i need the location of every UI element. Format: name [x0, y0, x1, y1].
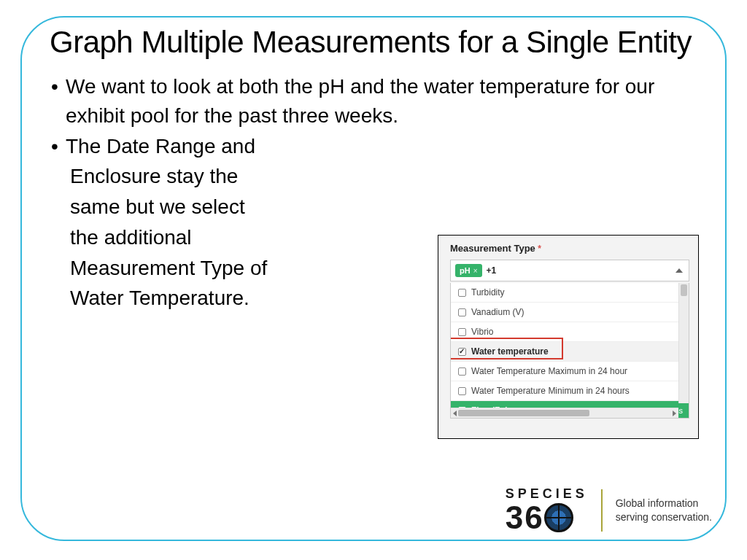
slide-frame: Graph Multiple Measurements for a Single…	[20, 16, 727, 541]
tagline-1: Global information	[616, 497, 712, 510]
checkbox[interactable]	[458, 308, 466, 316]
tagline-2: serving conservation.	[616, 510, 712, 524]
checkbox[interactable]	[458, 368, 466, 376]
globe-icon	[544, 503, 573, 532]
option-vanadium[interactable]: Vanadium (V)	[451, 302, 689, 322]
brand-separator	[601, 489, 603, 532]
option-water-temp-min[interactable]: Water Temperature Minimum in 24 hours	[451, 381, 689, 400]
option-label: Water Temperature Maximum in 24 hour	[471, 366, 627, 376]
checkbox[interactable]	[458, 289, 466, 297]
vertical-scrollbar[interactable]	[678, 283, 689, 403]
checkbox-checked[interactable]	[458, 348, 466, 356]
measurement-type-panel: Measurement Type * pH × +1 Turbidity	[438, 235, 699, 439]
brand-tagline: Global information serving conservation.	[616, 497, 712, 524]
options-dropdown: Turbidity Vanadium (V) Vibrio Water temp…	[450, 283, 689, 419]
line: same but we select	[70, 192, 697, 222]
brand-6: 6	[525, 502, 542, 534]
checkbox[interactable]	[458, 328, 466, 336]
bullet-dot: •	[50, 132, 66, 161]
bullet-dot: •	[50, 72, 66, 131]
bullet-1-text: We want to look at both the pH and the w…	[66, 72, 697, 131]
option-label: Vibrio	[471, 327, 493, 337]
brand-logo: SPECIES 3 6	[506, 486, 588, 534]
option-water-temperature[interactable]: Water temperature	[451, 341, 689, 361]
option-label: Water Temperature Minimum in 24 hours	[471, 386, 630, 396]
required-asterisk: *	[538, 244, 541, 254]
option-vibrio[interactable]: Vibrio	[451, 322, 689, 341]
brand-3: 3	[506, 502, 523, 534]
chevron-up-icon[interactable]	[676, 268, 683, 273]
chip-remove-icon[interactable]: ×	[473, 267, 478, 275]
bullet-2: • The Date Range and	[50, 132, 697, 161]
option-label: Water temperature	[471, 346, 549, 357]
bullet-2-text: The Date Range and	[66, 132, 697, 161]
line: Enclosure stay the	[70, 162, 697, 191]
slide-title: Graph Multiple Measurements for a Single…	[50, 25, 697, 59]
scroll-left-icon[interactable]	[453, 411, 457, 416]
horizontal-scrollbar[interactable]	[451, 408, 678, 418]
brand-footer: SPECIES 3 6 Global information serving c…	[506, 486, 712, 534]
scrollbar-thumb[interactable]	[458, 410, 589, 416]
scroll-right-icon[interactable]	[673, 411, 676, 416]
checkbox[interactable]	[458, 387, 466, 395]
bullet-1: • We want to look at both the pH and the…	[50, 72, 697, 131]
chip-label: pH	[460, 266, 471, 275]
brand-360: 3 6	[506, 502, 588, 534]
option-water-temp-max[interactable]: Water Temperature Maximum in 24 hour	[451, 361, 689, 381]
selected-chip-ph[interactable]: pH ×	[455, 264, 482, 277]
option-label: Turbidity	[471, 287, 505, 298]
panel-inner: Measurement Type * pH × +1 Turbidity	[438, 236, 698, 438]
measurement-type-label: Measurement Type	[450, 243, 535, 254]
option-turbidity[interactable]: Turbidity	[451, 283, 689, 302]
measurement-type-select[interactable]: pH × +1	[450, 260, 689, 281]
additional-count: +1	[487, 265, 497, 276]
field-label-row: Measurement Type *	[450, 243, 689, 254]
scrollbar-thumb[interactable]	[681, 284, 687, 296]
option-label: Vanadium (V)	[471, 307, 524, 317]
